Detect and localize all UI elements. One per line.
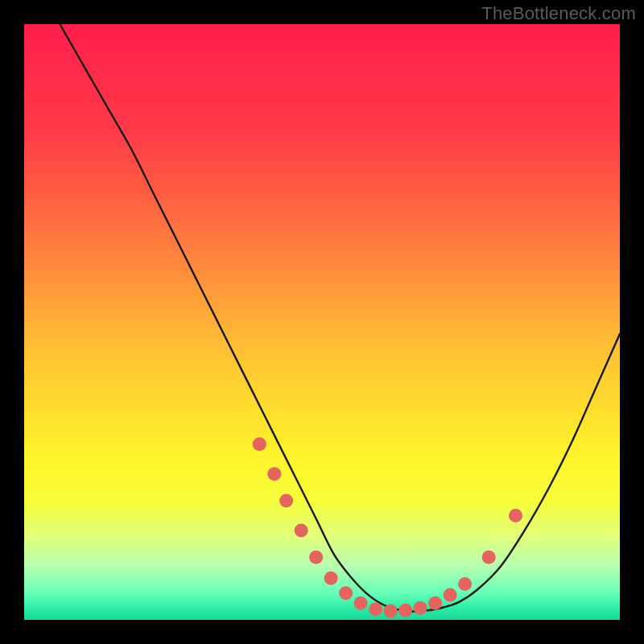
data-marker xyxy=(279,493,293,507)
data-marker xyxy=(295,523,308,537)
data-marker xyxy=(309,551,323,564)
plot-area xyxy=(24,24,620,620)
chart-stage: TheBottleneck.com xyxy=(0,0,644,644)
data-marker xyxy=(482,551,496,564)
data-marker xyxy=(354,597,368,610)
watermark-text: TheBottleneck.com xyxy=(481,3,636,24)
data-marker xyxy=(444,588,457,601)
data-marker xyxy=(509,509,522,522)
data-marker xyxy=(428,597,442,610)
data-marker xyxy=(414,601,427,615)
data-marker xyxy=(384,604,398,617)
data-marker xyxy=(267,467,281,481)
data-marker xyxy=(324,572,338,585)
data-marker xyxy=(253,437,266,451)
plot-svg xyxy=(24,24,620,620)
data-marker xyxy=(339,586,353,600)
data-marker xyxy=(398,604,412,617)
data-marker xyxy=(458,577,472,591)
data-marker xyxy=(369,602,382,616)
